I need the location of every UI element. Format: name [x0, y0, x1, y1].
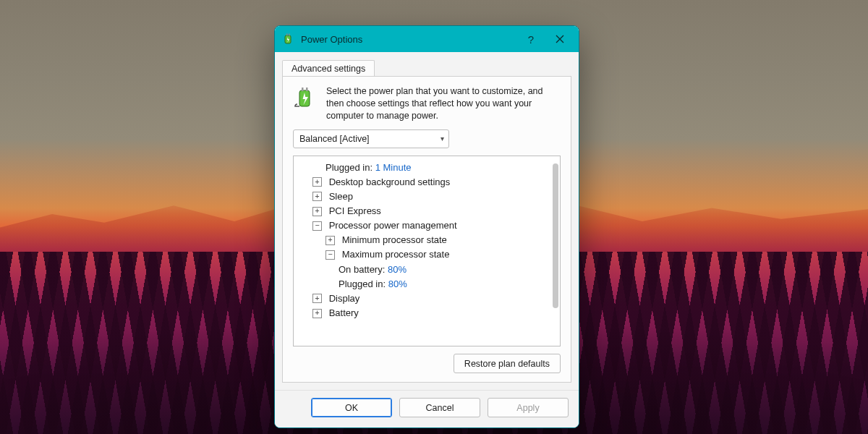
node-label: Desktop background settings: [329, 176, 451, 187]
close-button[interactable]: [545, 26, 574, 52]
tab-label: Advanced settings: [292, 64, 365, 74]
tree-node-sleep[interactable]: + Sleep: [297, 190, 557, 204]
svg-rect-4: [302, 88, 304, 91]
tabpanel-advanced-settings: Select the power plan that you want to c…: [282, 76, 571, 383]
setting-value[interactable]: 80%: [388, 264, 407, 275]
tabstrip: Advanced settings: [282, 58, 571, 77]
collapse-icon[interactable]: −: [312, 221, 322, 231]
setting-label: On battery:: [339, 264, 385, 275]
node-label: PCI Express: [329, 205, 381, 216]
expand-icon[interactable]: +: [326, 236, 335, 245]
expand-icon[interactable]: +: [312, 177, 322, 187]
desktop-wallpaper: Power Options ? Advanced settings: [0, 0, 868, 434]
intro-text: Select the power plan that you want to c…: [326, 85, 561, 122]
expand-icon[interactable]: +: [312, 309, 322, 318]
node-label: Maximum processor state: [342, 249, 450, 260]
dialog-footer: OK Cancel Apply: [275, 390, 579, 427]
restore-plan-defaults-button[interactable]: Restore plan defaults: [454, 354, 561, 373]
dialog-body: Advanced settings Select the powe: [275, 52, 579, 390]
help-icon: ?: [528, 33, 534, 46]
tree-node-maximum-processor-state[interactable]: − Maximum processor state: [297, 247, 557, 262]
tree-node-processor-power-management[interactable]: − Processor power management: [297, 218, 557, 233]
settings-tree[interactable]: Plugged in: 1 Minute + Desktop backgroun…: [293, 156, 561, 346]
intro-row: Select the power plan that you want to c…: [293, 85, 561, 122]
tree-scrollbar[interactable]: [550, 158, 558, 344]
setting-label: Plugged in:: [326, 162, 373, 173]
setting-value[interactable]: 1 Minute: [375, 162, 412, 173]
button-label: Cancel: [426, 403, 454, 413]
tree-value-plugged-in[interactable]: Plugged in: 80%: [297, 277, 557, 292]
window-title: Power Options: [301, 34, 362, 45]
button-label: Apply: [516, 403, 539, 413]
tree-node-minimum-processor-state[interactable]: + Minimum processor state: [297, 233, 557, 247]
titlebar[interactable]: Power Options ?: [275, 26, 579, 52]
ok-button[interactable]: OK: [311, 398, 392, 417]
expand-icon[interactable]: +: [312, 192, 322, 201]
svg-rect-2: [289, 34, 290, 36]
node-label: Processor power management: [329, 220, 457, 231]
expand-icon[interactable]: +: [312, 207, 322, 216]
battery-plug-icon: [293, 85, 318, 110]
node-label: Display: [329, 293, 360, 304]
tree-node-display[interactable]: + Display: [297, 292, 557, 306]
scrollbar-thumb[interactable]: [553, 163, 558, 308]
chevron-down-icon: ▾: [441, 135, 444, 142]
power-plan-select[interactable]: Balanced [Active] ▾: [293, 129, 449, 148]
svg-rect-1: [286, 34, 288, 36]
tree-node-desktop-background-settings[interactable]: + Desktop background settings: [297, 175, 557, 190]
node-label: Minimum processor state: [342, 234, 447, 245]
help-button[interactable]: ?: [516, 26, 545, 52]
tab-advanced-settings[interactable]: Advanced settings: [282, 60, 375, 77]
tree-node-pci-express[interactable]: + PCI Express: [297, 204, 557, 218]
button-label: OK: [345, 403, 358, 413]
power-plan-icon: [282, 33, 295, 46]
close-icon: [556, 35, 564, 43]
cancel-button[interactable]: Cancel: [399, 398, 480, 417]
tree-node-battery[interactable]: + Battery: [297, 306, 557, 320]
tree-value-on-battery[interactable]: On battery: 80%: [297, 263, 557, 277]
node-label: Battery: [329, 307, 359, 318]
setting-label: Plugged in:: [339, 278, 386, 289]
power-plan-selected: Balanced [Active]: [299, 134, 370, 144]
power-options-dialog: Power Options ? Advanced settings: [274, 25, 579, 428]
svg-rect-5: [306, 88, 308, 91]
collapse-icon[interactable]: −: [326, 250, 335, 260]
apply-button[interactable]: Apply: [488, 398, 569, 417]
button-label: Restore plan defaults: [464, 359, 550, 369]
node-label: Sleep: [329, 191, 353, 202]
tree-value-plugged-in-top[interactable]: Plugged in: 1 Minute: [297, 161, 557, 175]
setting-value[interactable]: 80%: [388, 278, 407, 289]
expand-icon[interactable]: +: [312, 294, 322, 303]
